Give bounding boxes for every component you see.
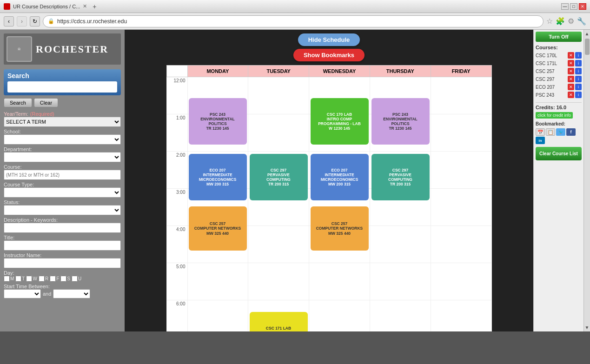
day-label: Day:	[4, 270, 121, 276]
remove-course-button[interactable]: ✕	[568, 92, 574, 98]
year-term-select[interactable]: SELECT A TERM	[4, 117, 121, 127]
remove-course-button[interactable]: ✕	[568, 68, 574, 74]
show-bookmarks-button[interactable]: Show Bookmarks	[293, 49, 365, 61]
remove-course-button[interactable]: ✕	[568, 60, 574, 66]
course-block[interactable]: CSC 297PERVASIVECOMPUTINGTR 200 315	[250, 154, 308, 200]
day-checkbox-u[interactable]	[72, 276, 78, 282]
day-field: Day: M T W R F S U	[4, 270, 121, 282]
bookmarked-section: Bookmarked: 📅 📋 🐦 f in	[536, 121, 582, 147]
remove-course-button[interactable]: ✕	[568, 84, 574, 90]
schedule-cell	[431, 152, 491, 189]
monday-header: MONDAY	[187, 66, 248, 77]
title-label: Title:	[4, 235, 121, 240]
day-checkbox-m[interactable]	[4, 276, 10, 282]
description-input[interactable]	[4, 223, 121, 233]
time-cell: 4:00	[166, 226, 187, 263]
hide-schedule-button[interactable]: Hide Schedule	[298, 33, 360, 46]
course-block[interactable]: PSC 243ENVIRONMENTALPOLITICSTR 1230 145	[371, 98, 430, 145]
status-select[interactable]	[4, 205, 121, 215]
clear-button[interactable]: Clear	[34, 98, 58, 107]
course-type-field: Course Type:	[4, 182, 121, 198]
calendar-icon[interactable]: 📅	[536, 128, 545, 136]
remove-course-button[interactable]: ✕	[568, 52, 574, 59]
day-checkbox-s[interactable]	[60, 276, 66, 282]
year-term-field: Year/Term: (Required) SELECT A TERM	[4, 111, 121, 127]
schedule-cell	[309, 300, 370, 332]
ssl-lock-icon: 🔒	[48, 18, 54, 24]
list-item: CSC 170L ✕ i	[536, 52, 582, 59]
minimize-button[interactable]: —	[561, 3, 569, 10]
new-tab-button[interactable]: +	[90, 3, 99, 10]
schedule-cell	[431, 189, 491, 226]
course-block[interactable]: ECO 207INTERMEDIATEMICROECONOMICSMW 200 …	[311, 154, 369, 200]
info-course-button[interactable]: i	[575, 76, 582, 82]
school-select[interactable]	[4, 134, 121, 145]
department-select[interactable]	[4, 152, 121, 162]
university-logo: 🏛	[7, 36, 32, 62]
info-course-button[interactable]: i	[575, 60, 582, 66]
info-course-button[interactable]: i	[575, 92, 582, 98]
and-label: and	[43, 291, 51, 297]
search-input[interactable]	[7, 81, 117, 93]
extensions-icon[interactable]: 🧩	[556, 17, 565, 26]
course-input[interactable]	[4, 170, 121, 180]
time-cell: 3:00	[166, 189, 187, 226]
right-scrollbar[interactable]: ▲ ▼	[583, 30, 590, 331]
wrench-icon[interactable]: 🔧	[577, 17, 586, 26]
school-field: School:	[4, 129, 121, 145]
twitter-icon[interactable]: 🐦	[556, 128, 565, 136]
course-type-select[interactable]	[4, 187, 121, 198]
start-time-from-select[interactable]	[4, 289, 41, 298]
list-item: CSC 297 ✕ i	[536, 76, 582, 82]
tuesday-header: TUESDAY	[248, 66, 309, 77]
course-block[interactable]: CSC 171 LABSCI OF PROGRAMMING- LABT 615 …	[250, 312, 308, 331]
scroll-down-arrow[interactable]: ▼	[583, 324, 590, 331]
day-checkbox-t[interactable]	[15, 276, 21, 282]
school-label: School:	[4, 129, 121, 134]
credit-info-link[interactable]: click for credit info	[536, 112, 573, 119]
refresh-button[interactable]: ↻	[30, 16, 40, 26]
schedule-cell	[370, 263, 431, 300]
course-block[interactable]: CSC 297PERVASIVECOMPUTINGTR 200 315	[371, 154, 430, 200]
credits-value: Credits: 16.0	[536, 105, 582, 110]
course-block[interactable]: ECO 207INTERMEDIATEMICROECONOMICSMW 200 …	[189, 154, 247, 200]
bookmark-star-icon[interactable]: ☆	[546, 17, 553, 26]
search-section: Search	[4, 69, 121, 95]
course-block[interactable]: CSC 257COMPUTER NETWORKSMW 325 440	[189, 206, 247, 251]
close-button[interactable]: ✕	[579, 3, 586, 10]
day-checkbox-w[interactable]	[26, 276, 32, 282]
course-type-label: Course Type:	[4, 182, 121, 187]
course-name: ECO 207	[536, 85, 568, 90]
remove-course-button[interactable]: ✕	[568, 76, 574, 82]
tab-close[interactable]: ✕	[83, 3, 87, 9]
info-course-button[interactable]: i	[575, 84, 582, 90]
day-checkbox-r[interactable]	[39, 276, 45, 282]
course-block[interactable]: PSC 243ENVIRONMENTALPOLITICSTR 1230 145	[189, 98, 247, 145]
facebook-icon[interactable]: f	[566, 128, 576, 136]
schedule-cell	[431, 300, 491, 332]
time-cell: 12:00	[166, 77, 187, 114]
schedule-cell	[187, 300, 248, 332]
back-button[interactable]: ‹	[4, 16, 14, 26]
browser-title-bar: UR Course Descriptions / C... ✕ + — □ ✕	[0, 0, 590, 13]
search-button[interactable]: Search	[4, 98, 32, 107]
course-block[interactable]: CSC 257COMPUTER NETWORKSMW 325 440	[311, 206, 369, 251]
course-block[interactable]: CSC 170 LABINTRO COMPPROGRAMMING - LABW …	[311, 98, 369, 145]
maximize-button[interactable]: □	[570, 3, 577, 10]
clipboard-icon[interactable]: 📋	[546, 128, 555, 136]
info-course-button[interactable]: i	[575, 52, 582, 59]
day-checkbox-f[interactable]	[50, 276, 56, 282]
department-label: Department:	[4, 146, 121, 152]
turn-off-button[interactable]: Turn Off	[536, 32, 582, 42]
scroll-up-arrow[interactable]: ▲	[583, 30, 590, 38]
linkedin-icon[interactable]: in	[536, 137, 545, 144]
info-course-button[interactable]: i	[575, 68, 582, 74]
scroll-thumb[interactable]	[585, 39, 590, 55]
title-input[interactable]	[4, 240, 121, 251]
clear-course-list-button[interactable]: Clear Course List	[536, 147, 582, 160]
forward-button[interactable]: ›	[17, 16, 27, 26]
start-time-to-select[interactable]	[53, 289, 90, 298]
instructor-input[interactable]	[4, 258, 121, 268]
address-bar[interactable]: 🔒 https://cdcs.ur.rochester.edu	[43, 15, 544, 27]
settings-icon[interactable]: ⚙	[568, 17, 574, 26]
